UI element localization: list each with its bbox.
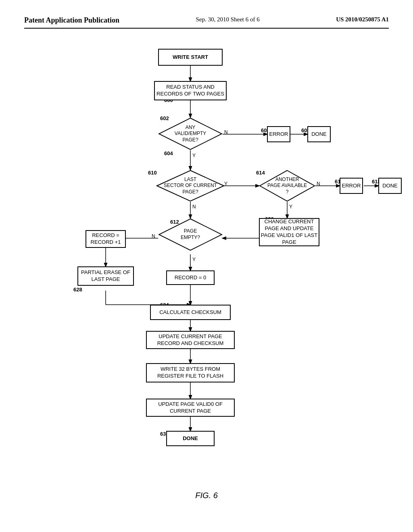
label-628: 628 [73,287,82,293]
done1-box: DONE [307,126,331,142]
header: Patent Application Publication Sep. 30, … [24,16,389,29]
figure-caption: FIG. 6 [195,491,218,500]
update-valid0-box: UPDATE PAGE VALID0 OF CURRENT PAGE [146,399,235,417]
header-right: US 2010/0250875 A1 [336,16,389,23]
another-page-text: ANOTHER PAGE AVAILABLE ? [267,177,307,195]
another-page-diamond: ANOTHER PAGE AVAILABLE ? [259,170,315,202]
diagram-container: 600 602 604 606 608 610 614 616 618 612 … [33,37,380,504]
arrow-n1: N [224,129,228,135]
any-valid-text: ANY VALID/EMPTY PAGE? [175,125,206,143]
page: Patent Application Publication Sep. 30, … [0,0,413,532]
write-32-box: WRITE 32 BYTES FROM REGISTER FILE TO FLA… [146,363,235,382]
arrow-n2: N [192,204,196,210]
arrow-y4: Y [192,257,196,262]
error1-box: ERROR [267,126,290,142]
header-left: Patent Application Publication [24,16,119,25]
calc-checksum-box: CALCULATE CHECKSUM [150,305,231,320]
header-center: Sep. 30, 2010 Sheet 6 of 6 [196,16,259,23]
label-604: 604 [164,150,173,156]
arrow-y3: Y [289,204,292,210]
arrow-n4: N [152,233,155,239]
read-status-box: READ STATUS AND RECORDS OF TWO PAGES [154,81,227,100]
error2-box: ERROR [340,178,363,194]
done2-box: DONE [378,178,402,194]
any-valid-diamond: ANY VALID/EMPTY PAGE? [158,117,223,150]
last-sector-text: LAST SECTOR OF CURRENT PAGE? [164,177,217,195]
write-start-box: WRITE START [158,49,223,66]
page-empty-diamond: PAGE EMPTY? [158,218,223,251]
done3-box: DONE [166,431,215,446]
record-0-box: RECORD = 0 [166,270,215,285]
record-record-box: RECORD = RECORD +1 [86,230,126,248]
update-current-box: UPDATE CURRENT PAGE RECORD AND CHECKSUM [146,331,235,349]
arrow-y1: Y [192,153,196,158]
partial-erase-box: PARTIAL ERASE OF LAST PAGE [77,266,134,286]
label-610: 610 [148,170,157,176]
change-current-box: CHANGE CURRENT PAGE AND UPDATE PAGE VALI… [259,218,319,246]
last-sector-diamond: LAST SECTOR OF CURRENT PAGE? [156,170,225,202]
page-empty-text: PAGE EMPTY? [181,228,200,241]
arrow-y2: Y [224,181,227,187]
arrow-n3: N [317,181,320,187]
